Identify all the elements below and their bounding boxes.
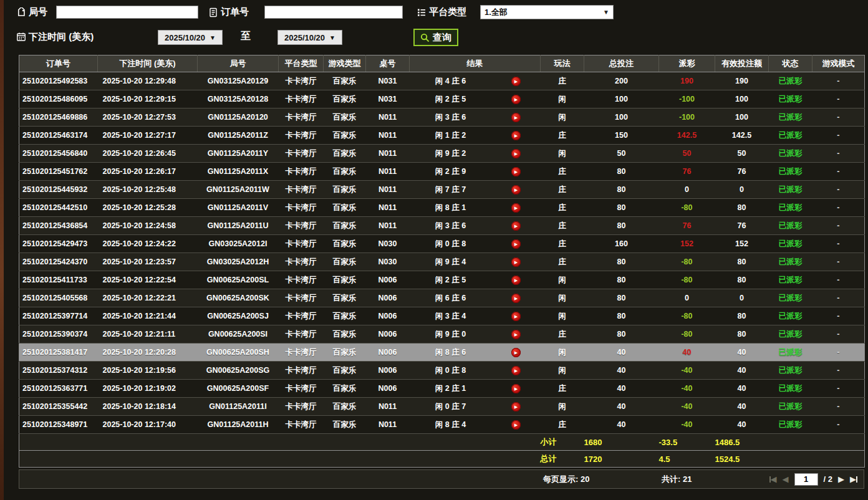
- play-icon[interactable]: ▶: [511, 95, 521, 104]
- status-cell: 已派彩: [769, 344, 813, 362]
- table-row[interactable]: 251020125348971 2025-10-20 12:17:40 GN01…: [19, 416, 865, 434]
- subtotal-payout: -33.5: [659, 434, 715, 451]
- table-row[interactable]: 251020125411733 2025-10-20 12:22:54 GN00…: [19, 271, 865, 289]
- bet-time-cell: 2025-10-20 12:29:15: [98, 90, 198, 108]
- table-row[interactable]: 251020125405568 2025-10-20 12:22:21 GN00…: [19, 289, 865, 307]
- prev-page-icon[interactable]: ◀: [783, 475, 789, 483]
- order-number-cell: 251020125411733: [19, 271, 98, 289]
- date-to-picker[interactable]: 2025/10/20 ▼: [277, 30, 342, 45]
- order-number-cell: 251020125381417: [19, 344, 98, 362]
- table-number-cell: N030: [366, 253, 410, 271]
- table-row[interactable]: 251020125397714 2025-10-20 12:21:44 GN00…: [19, 307, 865, 325]
- valid-bet-cell: 76: [715, 163, 769, 181]
- table-row[interactable]: 251020125492583 2025-10-20 12:29:48 GN03…: [19, 72, 865, 90]
- result-cell: 闲 0 庄 8 ▶: [410, 362, 541, 380]
- round-number-cell: GN01125A2011Y: [198, 145, 279, 163]
- table-row[interactable]: 251020125451762 2025-10-20 12:26:17 GN01…: [19, 163, 865, 181]
- table-row[interactable]: 251020125469886 2025-10-20 12:27:53 GN01…: [19, 108, 865, 127]
- play-type-cell: 庄: [541, 181, 584, 199]
- game-type-cell: 百家乐: [324, 90, 366, 108]
- play-icon[interactable]: ▶: [511, 384, 521, 393]
- play-icon[interactable]: ▶: [511, 294, 521, 303]
- play-icon[interactable]: ▶: [511, 276, 521, 285]
- play-icon[interactable]: ▶: [511, 312, 521, 321]
- valid-bet-cell: 40: [715, 398, 769, 416]
- table-number-cell: N011: [366, 398, 410, 416]
- query-button[interactable]: 查询: [413, 29, 458, 46]
- result-cell: 闲 0 庄 7 ▶: [410, 398, 541, 416]
- round-number-input[interactable]: [56, 6, 198, 19]
- play-icon[interactable]: ▶: [511, 77, 521, 86]
- filter-bar: 局号 订单号 平台类型 1.全部 ▼ 下注时间 (美东) 2025/10/20 …: [0, 0, 868, 55]
- total-bet-cell: 80: [584, 325, 659, 344]
- payout-cell: -80: [659, 253, 715, 271]
- result-text: 闲 0 庄 7: [410, 401, 492, 412]
- last-page-icon[interactable]: ▶: [850, 475, 857, 483]
- status-cell: 已派彩: [769, 163, 813, 181]
- next-page-icon[interactable]: ▶: [838, 475, 844, 483]
- game-type-cell: 百家乐: [324, 235, 366, 253]
- round-number-cell: GN01125A2011X: [198, 163, 279, 181]
- table-number-cell: N030: [366, 235, 410, 253]
- result-text: 闲 2 庄 5: [410, 94, 492, 105]
- result-cell: 闲 8 庄 4 ▶: [410, 416, 541, 434]
- status-cell: 已派彩: [769, 325, 813, 344]
- play-icon[interactable]: ▶: [511, 131, 521, 140]
- play-icon[interactable]: ▶: [511, 330, 521, 339]
- table-row[interactable]: 251020125445932 2025-10-20 12:25:48 GN01…: [19, 181, 865, 199]
- play-type-cell: 闲: [541, 307, 584, 325]
- total-bet-cell: 40: [584, 362, 659, 380]
- table-row[interactable]: 251020125381417 2025-10-20 12:20:28 GN00…: [19, 344, 865, 362]
- table-row[interactable]: 251020125456840 2025-10-20 12:26:45 GN01…: [19, 145, 865, 163]
- total-bet-cell: 40: [584, 416, 659, 434]
- status-cell: 已派彩: [769, 380, 813, 398]
- bet-time-cell: 2025-10-20 12:26:17: [98, 163, 198, 181]
- table-row[interactable]: 251020125374312 2025-10-20 12:19:56 GN00…: [19, 362, 865, 380]
- play-icon[interactable]: ▶: [511, 185, 521, 195]
- table-row[interactable]: 251020125363771 2025-10-20 12:19:02 GN00…: [19, 380, 865, 398]
- bet-time-cell: 2025-10-20 12:22:21: [98, 289, 198, 307]
- game-type-cell: 百家乐: [324, 72, 366, 90]
- status-cell: 已派彩: [769, 289, 813, 307]
- result-cell: 闲 4 庄 6 ▶: [410, 72, 541, 90]
- play-icon[interactable]: ▶: [511, 239, 521, 249]
- total-bet-cell: 100: [584, 108, 659, 127]
- play-icon[interactable]: ▶: [511, 257, 521, 267]
- bet-time-cell: 2025-10-20 12:29:48: [98, 72, 198, 90]
- game-mode-cell: -: [813, 344, 865, 362]
- play-icon[interactable]: ▶: [511, 113, 521, 122]
- play-icon[interactable]: ▶: [511, 348, 521, 357]
- game-mode-cell: -: [813, 271, 865, 289]
- first-page-icon[interactable]: ◀: [769, 475, 777, 483]
- table-row[interactable]: 251020125486095 2025-10-20 12:29:15 GN03…: [19, 90, 865, 108]
- table-row[interactable]: 251020125424370 2025-10-20 12:23:57 GN03…: [19, 253, 865, 271]
- table-row[interactable]: 251020125436854 2025-10-20 12:24:58 GN01…: [19, 217, 865, 235]
- play-icon[interactable]: ▶: [511, 366, 521, 375]
- bet-time-cell: 2025-10-20 12:21:44: [98, 307, 198, 325]
- table-row[interactable]: 251020125442510 2025-10-20 12:25:28 GN01…: [19, 199, 865, 217]
- play-icon[interactable]: ▶: [511, 402, 521, 411]
- payout-cell: 76: [659, 163, 715, 181]
- play-icon[interactable]: ▶: [511, 203, 521, 213]
- play-icon[interactable]: ▶: [511, 167, 521, 176]
- page-input[interactable]: [794, 473, 818, 486]
- tag-icon: [16, 7, 26, 17]
- result-cell: 闲 9 庄 0 ▶: [410, 325, 541, 344]
- payout-cell: -40: [659, 362, 715, 380]
- play-icon[interactable]: ▶: [511, 149, 521, 158]
- table-row[interactable]: 251020125390374 2025-10-20 12:21:11 GN00…: [19, 325, 865, 344]
- platform-select[interactable]: 1.全部 ▼: [480, 5, 614, 19]
- chevron-down-icon: ▼: [210, 34, 216, 41]
- order-number-input[interactable]: [264, 6, 403, 19]
- table-row[interactable]: 251020125429473 2025-10-20 12:24:22 GN03…: [19, 235, 865, 253]
- play-type-cell: 闲: [541, 344, 584, 362]
- payout-cell: 50: [659, 145, 715, 163]
- table-row[interactable]: 251020125463174 2025-10-20 12:27:17 GN01…: [19, 127, 865, 145]
- header-table-no: 桌号: [366, 55, 410, 72]
- play-icon[interactable]: ▶: [511, 420, 521, 430]
- valid-bet-cell: 100: [715, 90, 769, 108]
- date-from-picker[interactable]: 2025/10/20 ▼: [158, 30, 223, 45]
- total-bet-cell: 200: [584, 72, 659, 90]
- play-icon[interactable]: ▶: [511, 221, 521, 231]
- table-row[interactable]: 251020125355442 2025-10-20 12:18:14 GN01…: [19, 398, 865, 416]
